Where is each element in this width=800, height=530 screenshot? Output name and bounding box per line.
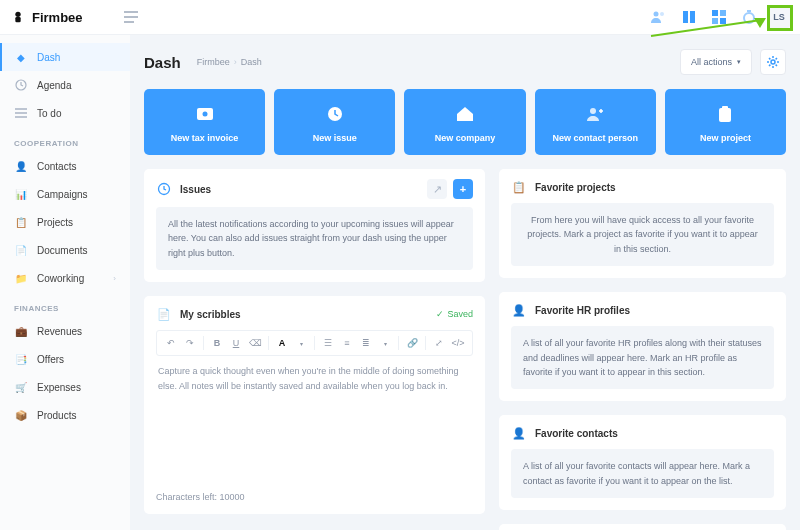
sidebar-item-agenda[interactable]: Agenda [0, 71, 130, 99]
panel-title: Favorite projects [535, 182, 616, 193]
panel-title: My scribbles [180, 309, 241, 320]
quick-new-invoice[interactable]: New tax invoice [144, 89, 265, 155]
quick-new-project[interactable]: New project [665, 89, 786, 155]
person-icon: 👤 [511, 302, 527, 318]
apps-icon[interactable] [708, 6, 730, 28]
sidebar-item-products[interactable]: 📦Products [0, 401, 130, 429]
undo-button[interactable]: ↶ [163, 335, 179, 351]
sidebar-item-label: Projects [37, 217, 73, 228]
svg-rect-21 [722, 106, 728, 110]
breadcrumb-item[interactable]: Firmbee [197, 57, 230, 67]
sidebar-item-label: Expenses [37, 382, 81, 393]
chevron-down-icon[interactable]: ▾ [293, 335, 309, 351]
panel-title: Favorite contacts [535, 428, 618, 439]
sidebar-item-label: Documents [37, 245, 88, 256]
expand-button[interactable]: ⤢ [431, 335, 447, 351]
list-number-button[interactable]: ≡ [339, 335, 355, 351]
offer-icon: 📑 [14, 352, 28, 366]
sidebar: ◆ Dash Agenda To do COOPERATION 👤Contact… [0, 35, 130, 530]
svg-point-0 [15, 12, 20, 17]
bold-button[interactable]: B [209, 335, 225, 351]
user-avatar[interactable]: LS [768, 6, 790, 28]
sidebar-item-label: Products [37, 410, 76, 421]
svg-rect-11 [747, 10, 751, 12]
svg-rect-20 [719, 108, 731, 122]
sidebar-item-label: Campaigns [37, 189, 88, 200]
sidebar-item-label: Revenues [37, 326, 82, 337]
wallet-icon: 💼 [14, 324, 28, 338]
clock-icon [14, 78, 28, 92]
quick-new-company[interactable]: New company [404, 89, 525, 155]
list-bullet-button[interactable]: ☰ [320, 335, 336, 351]
panel-title: Favorite HR profiles [535, 305, 630, 316]
fav-contacts-panel: 👤Favorite contacts A list of all your fa… [499, 415, 786, 510]
fav-contacts-hint: A list of all your favorite contacts wil… [511, 449, 774, 498]
editor-toolbar: ↶↷ BU⌫ A▾ ☰≡≣▾ 🔗 ⤢</> [156, 330, 473, 356]
sidebar-item-label: To do [37, 108, 61, 119]
fav-hr-panel: 👤Favorite HR profiles A list of all your… [499, 292, 786, 401]
svg-point-15 [771, 60, 775, 64]
sidebar-item-label: Coworking [37, 273, 84, 284]
sidebar-item-expenses[interactable]: 🛒Expenses [0, 373, 130, 401]
doc-icon: 📄 [14, 243, 28, 257]
sidebar-item-todo[interactable]: To do [0, 99, 130, 127]
svg-rect-1 [15, 17, 20, 22]
sidebar-item-projects[interactable]: 📋Projects [0, 208, 130, 236]
issues-panel: Issues ↗ + All the latest notifications … [144, 169, 485, 282]
strike-button[interactable]: ⌫ [247, 335, 263, 351]
scribbles-panel: 📄 My scribbles ✓ Saved ↶↷ BU⌫ A▾ ☰≡≣▾ 🔗 … [144, 296, 485, 514]
sidebar-item-revenues[interactable]: 💼Revenues [0, 317, 130, 345]
svg-rect-5 [690, 11, 695, 23]
sidebar-item-dash[interactable]: ◆ Dash [0, 43, 130, 71]
align-button[interactable]: ≣ [358, 335, 374, 351]
svg-rect-7 [720, 10, 726, 16]
sidebar-item-offers[interactable]: 📑Offers [0, 345, 130, 373]
svg-rect-6 [712, 10, 718, 16]
folder-icon: 📁 [14, 271, 28, 285]
quick-new-issue[interactable]: New issue [274, 89, 395, 155]
sidebar-item-coworking[interactable]: 📁Coworking› [0, 264, 130, 292]
all-actions-dropdown[interactable]: All actions▾ [680, 49, 752, 75]
svg-point-2 [654, 12, 659, 17]
book-icon[interactable] [678, 6, 700, 28]
clip-icon: 📋 [14, 215, 28, 229]
timer-icon[interactable] [738, 6, 760, 28]
sidebar-section-finances: FINANCES [0, 292, 130, 317]
fav-projects-hint: From here you will have quick access to … [511, 203, 774, 266]
panel-title: Issues [180, 184, 211, 195]
person-icon: 👤 [14, 159, 28, 173]
quick-new-contact[interactable]: New contact person [535, 89, 656, 155]
sidebar-toggle[interactable] [120, 6, 142, 28]
font-button[interactable]: A [274, 335, 290, 351]
sidebar-item-label: Dash [37, 52, 60, 63]
chevron-right-icon: › [113, 274, 116, 283]
sidebar-item-contacts[interactable]: 👤Contacts [0, 152, 130, 180]
scribbles-textarea[interactable]: Capture a quick thought even when you're… [156, 362, 473, 432]
addperson-icon [584, 103, 606, 125]
app-logo[interactable]: Firmbee [10, 9, 120, 25]
fav-projects-panel: 📋Favorite projects From here you will ha… [499, 169, 786, 278]
sidebar-section-cooperation: COOPERATION [0, 127, 130, 152]
sidebar-item-documents[interactable]: 📄Documents [0, 236, 130, 264]
person-icon: 👤 [511, 425, 527, 441]
issues-hint: All the latest notifications according t… [156, 207, 473, 270]
underline-button[interactable]: U [228, 335, 244, 351]
code-button[interactable]: </> [450, 335, 466, 351]
link-button[interactable]: 🔗 [404, 335, 420, 351]
list-icon [14, 106, 28, 120]
fav-hr-hint: A list of all your favorite HR profiles … [511, 326, 774, 389]
redo-button[interactable]: ↷ [182, 335, 198, 351]
add-issue-button[interactable]: + [453, 179, 473, 199]
clock-icon [156, 181, 172, 197]
char-counter: Characters left: 10000 [156, 492, 473, 502]
sidebar-item-label: Contacts [37, 161, 76, 172]
people-icon[interactable] [648, 6, 670, 28]
chevron-down-icon: ▾ [737, 58, 741, 66]
settings-button[interactable] [760, 49, 786, 75]
doc-icon: 📄 [156, 306, 172, 322]
chevron-down-icon[interactable]: ▾ [377, 335, 393, 351]
svg-rect-8 [712, 18, 718, 24]
diamond-icon: ◆ [14, 50, 28, 64]
sidebar-item-campaigns[interactable]: 📊Campaigns [0, 180, 130, 208]
expand-button[interactable]: ↗ [427, 179, 447, 199]
